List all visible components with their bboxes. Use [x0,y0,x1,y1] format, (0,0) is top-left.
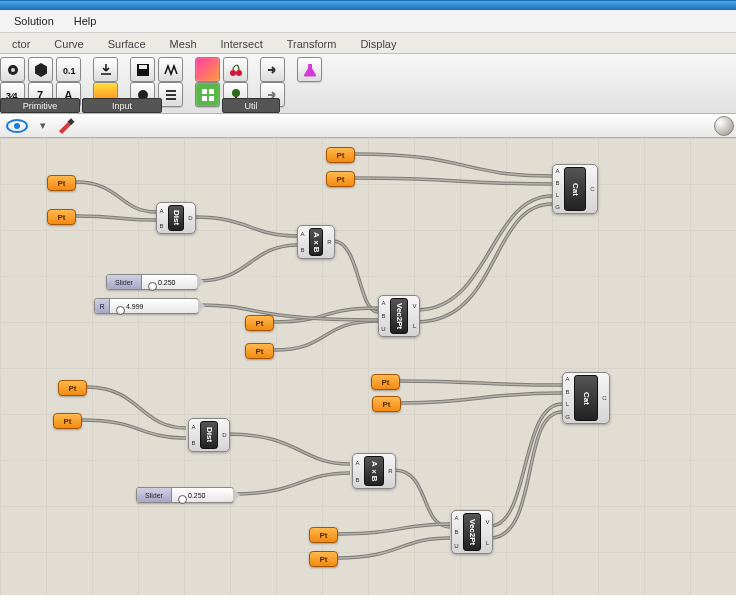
group-util[interactable]: Util [222,98,280,113]
tab-curve[interactable]: Curve [42,35,95,53]
group-primitive[interactable]: Primitive [0,98,80,113]
group-input[interactable]: Input [82,98,162,113]
slider-value[interactable]: 0.250 [142,279,197,286]
slider-grip [197,275,204,289]
svg-point-1 [11,68,15,72]
decimal-icon[interactable]: 0.1 [56,57,81,82]
menu-bar: Solution Help [0,10,736,33]
node-label: A×B [364,456,384,486]
svg-rect-12 [166,90,176,92]
svg-rect-15 [202,89,207,94]
number-slider[interactable]: Slider 0.250 [136,487,234,503]
svg-marker-2 [35,63,47,77]
point-param[interactable]: Pt [371,374,400,390]
node-outputs: R [386,454,395,488]
svg-text:0.1: 0.1 [63,66,76,76]
canvas[interactable]: Pt Pt Pt Pt Pt Pt AB Dist D AB A×B R ABU… [0,138,736,595]
node-label: Cat [574,375,598,421]
node-inputs: AB [353,454,362,488]
node-inputs: ABLG [563,373,572,423]
point-param[interactable]: Pt [245,343,274,359]
slider-label: R [95,299,110,313]
svg-rect-18 [209,96,214,101]
node-outputs: VL [483,511,492,553]
number-slider[interactable]: Slider 0.250 [106,274,198,290]
window-titlebar [0,0,736,10]
vec2pt-node[interactable]: ABU Vec2Pt VL [378,295,420,337]
brush-icon[interactable] [56,118,76,134]
distance-node[interactable]: AB Dist D [156,202,196,234]
gradient-icon[interactable] [195,57,220,82]
svg-rect-5 [139,65,147,69]
svg-point-7 [236,70,242,76]
svg-rect-16 [209,89,214,94]
menu-help[interactable]: Help [64,12,107,30]
multiply-node[interactable]: AB A×B R [352,453,396,489]
number-slider[interactable]: R 4.999 [94,298,199,314]
slider-value[interactable]: 0.250 [172,492,233,499]
point-param[interactable]: Pt [58,380,87,396]
node-inputs: ABLG [553,165,562,213]
tab-intersect[interactable]: Intersect [209,35,275,53]
point-param[interactable]: Pt [309,551,338,567]
point-param[interactable]: Pt [245,315,274,331]
cherry-icon[interactable] [223,57,248,82]
slider-grip [198,299,205,313]
svg-point-19 [232,89,240,97]
node-label: Vec2Pt [463,513,481,551]
slider-value[interactable]: 4.999 [110,303,198,310]
point-param[interactable]: Pt [47,209,76,225]
node-label: Dist [168,205,184,231]
point-param[interactable]: Pt [326,147,355,163]
node-label: Cat [564,167,586,211]
menu-solution[interactable]: Solution [4,12,64,30]
hexagon-icon[interactable] [28,57,53,82]
tab-display[interactable]: Display [348,35,408,53]
svg-rect-13 [166,94,176,96]
node-label: Dist [200,421,218,449]
zigzag-icon[interactable] [158,57,183,82]
slider-label: Slider [107,275,142,289]
view-toolbar: ▾ [0,114,736,138]
cat-node[interactable]: ABLG Cat C [552,164,598,214]
sphere-icon[interactable] [714,116,734,136]
tab-transform[interactable]: Transform [275,35,349,53]
point-param[interactable]: Pt [326,171,355,187]
point-param[interactable]: Pt [53,413,82,429]
node-outputs: C [588,165,597,213]
point-param[interactable]: Pt [47,175,76,191]
save-icon[interactable] [130,57,155,82]
svg-rect-17 [202,96,207,101]
node-outputs: D [220,419,229,451]
node-label: A×B [309,228,323,256]
node-outputs: C [600,373,609,423]
vec2pt-node[interactable]: ABU Vec2Pt VL [451,510,493,554]
svg-point-22 [14,123,20,129]
download-icon[interactable] [93,57,118,82]
tab-mesh[interactable]: Mesh [158,35,209,53]
svg-point-6 [230,70,236,76]
node-label: Vec2Pt [390,298,408,334]
node-outputs: R [325,226,334,258]
point-param[interactable]: Pt [372,396,401,412]
grid-green-icon[interactable] [195,82,220,107]
tab-surface[interactable]: Surface [96,35,158,53]
node-inputs: AB [157,203,166,233]
svg-rect-14 [166,98,176,100]
point-param[interactable]: Pt [309,527,338,543]
ribbon-panel: 0.1 3⁄4 7 A Primitive Input Util [0,54,736,114]
node-outputs: VL [410,296,419,336]
node-inputs: ABU [452,511,461,553]
gear-icon[interactable] [0,57,25,82]
eye-icon[interactable] [4,118,30,134]
distance-node[interactable]: AB Dist D [188,418,230,452]
wires-layer [0,138,736,595]
cat-node[interactable]: ABLG Cat C [562,372,610,424]
node-outputs: D [186,203,195,233]
flask-icon[interactable] [297,57,322,82]
multiply-node[interactable]: AB A×B R [297,225,335,259]
tab-vector[interactable]: ctor [0,35,42,53]
category-tabs: ctor Curve Surface Mesh Intersect Transf… [0,33,736,54]
arrow-right-icon[interactable] [260,57,285,82]
node-inputs: AB [298,226,307,258]
